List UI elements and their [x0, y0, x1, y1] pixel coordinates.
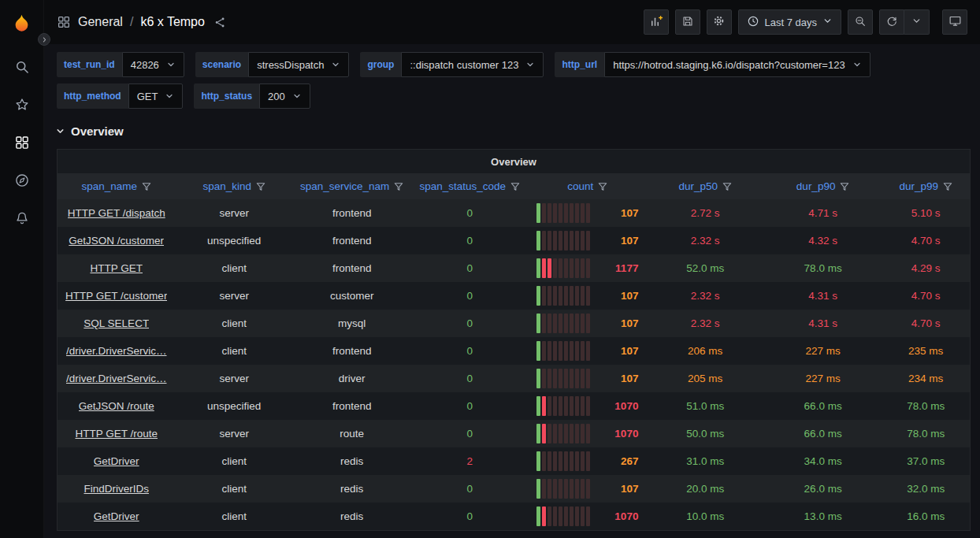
variable-value-dropdown[interactable]: GET: [128, 83, 184, 109]
cell-span-service-name: driver: [293, 365, 410, 392]
sidebar-item-explore[interactable]: [3, 162, 41, 200]
breadcrumb-folder[interactable]: General: [78, 15, 123, 29]
filter-icon[interactable]: [394, 182, 403, 191]
add-panel-button[interactable]: [644, 9, 669, 35]
column-header-dur-p99[interactable]: dur_p99: [882, 173, 970, 199]
dashboard-settings-button[interactable]: [707, 9, 732, 35]
variable-label: http_method: [57, 83, 128, 109]
cell-count: 107: [529, 227, 646, 254]
column-header-count[interactable]: count: [529, 173, 646, 199]
cell-span-status-code: 0: [410, 337, 528, 365]
variable-value-text: ::dispatch customer 123: [410, 59, 518, 71]
span-name-link[interactable]: HTTP GET: [90, 262, 143, 274]
variable-chip-group: group ::dispatch customer 123: [360, 52, 544, 77]
cell-span-status-code: 0: [410, 420, 528, 447]
filter-icon[interactable]: [142, 182, 151, 191]
column-header-dur-p90[interactable]: dur_p90: [764, 173, 882, 199]
span-name-link[interactable]: GetJSON /customer: [69, 235, 164, 247]
chevron-down-icon: [55, 126, 65, 136]
cell-dur-p99: 4.70 s: [882, 310, 970, 337]
span-name-link[interactable]: SQL SELECT: [84, 317, 149, 329]
cell-dur-p99: 37.0 ms: [882, 447, 970, 475]
cell-dur-p50: 2.72 s: [646, 199, 763, 227]
sidebar-item-alerting[interactable]: [3, 200, 41, 238]
filter-icon[interactable]: [840, 182, 849, 191]
variable-value-dropdown[interactable]: stressDispatch: [248, 52, 349, 77]
cell-span-service-name: frontend: [293, 254, 410, 282]
span-name-link[interactable]: GetDriver: [94, 455, 139, 467]
span-name-link[interactable]: GetDriver: [94, 510, 139, 522]
section-title: Overview: [71, 124, 124, 138]
clock-icon: [747, 15, 759, 30]
cell-dur-p50: 31.0 ms: [646, 447, 763, 475]
variable-value-dropdown[interactable]: https://hotrod.staging.k6.io/dispatch?cu…: [604, 52, 870, 77]
zoom-out-time-button[interactable]: [848, 9, 873, 35]
cell-span-kind: server: [175, 282, 292, 310]
table-row: HTTP GET client frontend 0 1177 52.0 ms …: [58, 254, 970, 282]
span-name-link[interactable]: /driver.DriverServic…: [66, 373, 167, 384]
filter-icon[interactable]: [510, 182, 520, 191]
count-value: 267: [621, 455, 639, 467]
refresh-button[interactable]: [879, 9, 904, 35]
compass-icon: [14, 173, 30, 191]
variable-value-text: 200: [268, 91, 285, 102]
span-name-link[interactable]: HTTP GET /customer: [65, 290, 167, 302]
sidebar-item-search[interactable]: [3, 49, 41, 87]
panel-title[interactable]: Overview: [58, 150, 970, 173]
column-header-dur-p50[interactable]: dur_p50: [646, 173, 763, 199]
count-value: 107: [621, 235, 639, 247]
span-name-link[interactable]: /driver.DriverServic…: [66, 345, 167, 357]
count-lcd-gauge: [536, 479, 590, 499]
share-icon[interactable]: [213, 16, 227, 29]
kiosk-mode-button[interactable]: [942, 9, 967, 35]
bell-icon: [14, 210, 30, 228]
table-row: FindDriverIDs client redis 0 107 20.0 ms…: [58, 475, 970, 503]
search-icon: [14, 59, 30, 77]
cell-dur-p50: 52.0 ms: [646, 254, 763, 282]
filter-icon[interactable]: [722, 182, 732, 191]
time-range-picker[interactable]: Last 7 days: [738, 9, 842, 35]
cell-dur-p50: 206 ms: [646, 337, 763, 365]
filter-icon[interactable]: [598, 182, 607, 191]
span-name-link[interactable]: HTTP GET /dispatch: [68, 207, 165, 219]
cell-span-name: HTTP GET /customer: [58, 282, 175, 310]
variable-value-dropdown[interactable]: 42826: [122, 52, 184, 77]
row-overview-toggle[interactable]: Overview: [55, 124, 967, 138]
save-icon: [681, 15, 694, 30]
variable-value-dropdown[interactable]: 200: [259, 83, 310, 109]
column-header-span-status-code[interactable]: span_status_code: [410, 173, 528, 199]
column-header-span-kind[interactable]: span_kind: [175, 173, 292, 199]
refresh-interval-dropdown[interactable]: [904, 9, 930, 35]
sidebar-expand-button[interactable]: [38, 33, 50, 46]
table-row: /driver.DriverServic… server driver 0 10…: [58, 365, 970, 392]
count-lcd-gauge: [536, 396, 590, 416]
chevron-down-icon: [822, 16, 833, 28]
variable-value-text: https://hotrod.staging.k6.io/dispatch?cu…: [613, 59, 845, 71]
cell-count: 107: [529, 282, 646, 310]
breadcrumb-title[interactable]: k6 x Tempo: [140, 15, 205, 29]
filter-icon[interactable]: [256, 182, 265, 191]
filter-icon[interactable]: [943, 182, 952, 191]
sidebar: [0, 0, 44, 538]
count-value: 107: [621, 290, 639, 302]
breadcrumb: General / k6 x Tempo: [57, 15, 227, 29]
cell-dur-p90: 4.31 s: [764, 310, 882, 337]
gear-icon: [712, 14, 726, 30]
span-name-link[interactable]: GetJSON /route: [79, 400, 154, 412]
span-name-link[interactable]: HTTP GET /route: [75, 428, 158, 440]
variable-chip-http-url: http_url https://hotrod.staging.k6.io/di…: [555, 52, 870, 77]
column-header-span-name[interactable]: span_name: [58, 173, 175, 199]
save-dashboard-button[interactable]: [675, 9, 700, 35]
count-value: 107: [621, 207, 639, 219]
cell-span-name: SQL SELECT: [58, 310, 175, 337]
cell-span-kind: client: [175, 447, 292, 475]
sidebar-item-dashboards[interactable]: [3, 124, 41, 162]
span-name-link[interactable]: FindDriverIDs: [84, 483, 149, 495]
sidebar-item-starred[interactable]: [3, 87, 41, 124]
count-lcd-gauge: [536, 369, 590, 388]
variable-value-dropdown[interactable]: ::dispatch customer 123: [401, 52, 544, 77]
grafana-logo[interactable]: [10, 11, 34, 35]
column-header-span-service-name[interactable]: span_service_nam: [293, 173, 410, 199]
monitor-icon: [948, 14, 962, 30]
cell-span-kind: unspecified: [175, 392, 292, 420]
